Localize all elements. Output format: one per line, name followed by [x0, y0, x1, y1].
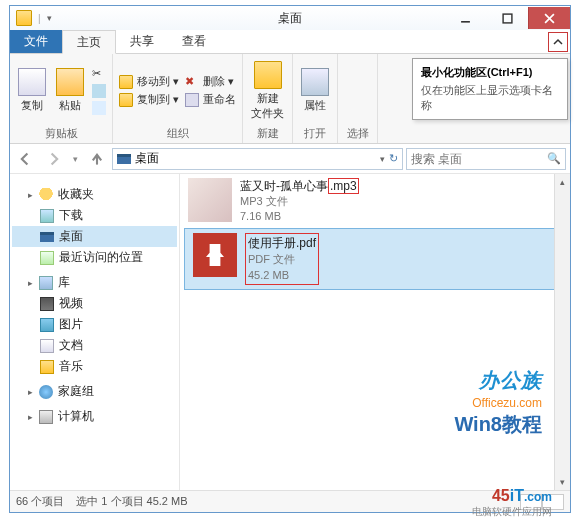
svg-rect-1	[503, 14, 512, 23]
group-label-organize: 组织	[167, 126, 189, 141]
properties-icon	[301, 68, 329, 96]
nav-pane: ▸收藏夹 下载 桌面 最近访问的位置 ▸库 视频 图片 文档 音乐 ▸家庭组 ▸…	[10, 174, 180, 490]
view-toggle	[520, 494, 564, 510]
up-button[interactable]	[85, 147, 109, 171]
paste-button[interactable]: 粘贴	[54, 66, 86, 115]
arrow-left-icon	[19, 152, 33, 166]
file-item-selected[interactable]: 使用手册.pdf PDF 文件 45.2 MB	[184, 228, 566, 291]
tab-share[interactable]: 共享	[116, 30, 168, 53]
group-label-clipboard: 剪贴板	[45, 126, 78, 141]
file-thumbnail	[188, 178, 232, 222]
arrow-up-icon	[90, 152, 104, 166]
sidebar-videos[interactable]: 视频	[12, 293, 177, 314]
tab-file[interactable]: 文件	[10, 30, 62, 53]
tooltip-title: 最小化功能区(Ctrl+F1)	[421, 65, 559, 80]
desktop-icon	[40, 232, 54, 242]
copy-to-icon	[119, 93, 133, 107]
collapse-ribbon-button[interactable]	[548, 32, 568, 52]
file-type: MP3 文件	[240, 194, 359, 209]
titlebar: | ▾ 桌面	[10, 6, 570, 30]
tab-view[interactable]: 查看	[168, 30, 220, 53]
cut-button[interactable]: ✂	[92, 67, 106, 81]
search-input[interactable]	[411, 152, 543, 166]
search-box[interactable]: 🔍	[406, 148, 566, 170]
group-label-new: 新建	[257, 126, 279, 141]
computer-icon	[39, 410, 53, 424]
icons-view-button[interactable]	[542, 494, 564, 510]
ribbon-group-select: 选择	[338, 54, 378, 143]
expander-icon[interactable]: ▸	[26, 191, 34, 199]
address-text: 桌面	[135, 150, 159, 167]
copy-to-button[interactable]: 复制到 ▾	[119, 92, 179, 107]
file-name: 蓝又时-孤单心事.mp3	[240, 178, 359, 194]
file-list[interactable]: 蓝又时-孤单心事.mp3 MP3 文件 7.16 MB 使用手册.pdf PDF…	[180, 174, 570, 490]
arrow-right-icon	[46, 152, 60, 166]
watermark-win8: Win8教程	[454, 411, 542, 438]
clipboard-small-buttons: ✂	[92, 67, 106, 115]
navbar: ▾ 桌面 ▾ ↻ 🔍	[10, 144, 570, 174]
rename-button[interactable]: 重命名	[185, 92, 236, 107]
scroll-up-icon[interactable]: ▴	[555, 174, 570, 190]
close-button[interactable]	[528, 7, 570, 29]
file-meta: 蓝又时-孤单心事.mp3 MP3 文件 7.16 MB	[240, 178, 359, 224]
ribbon: 复制 粘贴 ✂ 剪贴板 移动到 ▾ 复制到 ▾ ✖删除 ▾ 重命名	[10, 54, 570, 144]
sidebar-documents[interactable]: 文档	[12, 335, 177, 356]
group-label-select: 选择	[347, 126, 369, 141]
selection-info: 选中 1 个项目 45.2 MB	[76, 494, 187, 509]
explorer-window: | ▾ 桌面 文件 主页 共享 查看 复制 粘贴 ✂	[9, 5, 571, 513]
copy-button[interactable]: 复制	[16, 66, 48, 115]
details-view-button[interactable]	[520, 494, 542, 510]
file-item[interactable]: 蓝又时-孤单心事.mp3 MP3 文件 7.16 MB	[180, 174, 570, 228]
document-icon	[40, 339, 54, 353]
file-size: 45.2 MB	[248, 269, 289, 281]
window-controls	[444, 7, 570, 29]
sidebar-homegroup[interactable]: ▸家庭组	[12, 381, 177, 402]
copy-path-button[interactable]	[92, 84, 106, 98]
properties-button[interactable]: 属性	[299, 66, 331, 115]
sidebar-libraries[interactable]: ▸库	[12, 272, 177, 293]
sidebar-recent[interactable]: 最近访问的位置	[12, 247, 177, 268]
cut-icon: ✂	[92, 67, 106, 81]
delete-button[interactable]: ✖删除 ▾	[185, 74, 236, 89]
new-folder-button[interactable]: 新建 文件夹	[249, 59, 286, 123]
file-name: 使用手册.pdf	[248, 236, 316, 250]
paste-shortcut-button[interactable]	[92, 101, 106, 115]
sidebar-pictures[interactable]: 图片	[12, 314, 177, 335]
watermark-officezu-url: Officezu.com	[472, 396, 542, 410]
move-to-button[interactable]: 移动到 ▾	[119, 74, 179, 89]
ext-highlight: .mp3	[328, 178, 359, 194]
scroll-down-icon[interactable]: ▾	[555, 474, 570, 490]
paste-icon	[56, 68, 84, 96]
sidebar-desktop[interactable]: 桌面	[12, 226, 177, 247]
download-icon	[40, 209, 54, 223]
refresh-button[interactable]: ↻	[389, 152, 398, 165]
group-label-open: 打开	[304, 126, 326, 141]
sidebar-downloads[interactable]: 下载	[12, 205, 177, 226]
delete-icon: ✖	[185, 75, 199, 89]
app-icon[interactable]	[16, 10, 32, 26]
tab-home[interactable]: 主页	[62, 30, 116, 54]
sidebar-favorites[interactable]: ▸收藏夹	[12, 184, 177, 205]
back-button[interactable]	[14, 147, 38, 171]
file-thumbnail	[193, 233, 237, 277]
item-count: 66 个项目	[16, 494, 64, 509]
vertical-scrollbar[interactable]: ▴ ▾	[554, 174, 570, 490]
recent-locations-button[interactable]: ▾	[68, 147, 82, 171]
sidebar-music[interactable]: 音乐	[12, 356, 177, 377]
address-dropdown-icon[interactable]: ▾	[380, 154, 385, 164]
expander-icon[interactable]: ▸	[26, 388, 34, 396]
tooltip-body: 仅在功能区上显示选项卡名称	[421, 83, 559, 113]
expander-icon[interactable]: ▸	[26, 413, 34, 421]
status-bar: 66 个项目 选中 1 个项目 45.2 MB	[10, 490, 570, 512]
maximize-button[interactable]	[486, 7, 528, 29]
expander-icon[interactable]: ▸	[26, 279, 34, 287]
sidebar-computer[interactable]: ▸计算机	[12, 406, 177, 427]
minimize-button[interactable]	[444, 7, 486, 29]
ribbon-tabs: 文件 主页 共享 查看	[10, 30, 570, 54]
forward-button[interactable]	[41, 147, 65, 171]
qat-divider: |	[38, 13, 41, 24]
quick-access-toolbar: | ▾	[10, 10, 52, 26]
address-bar[interactable]: 桌面 ▾ ↻	[112, 148, 403, 170]
path-icon	[92, 84, 106, 98]
qat-dropdown-icon[interactable]: ▾	[47, 13, 52, 23]
